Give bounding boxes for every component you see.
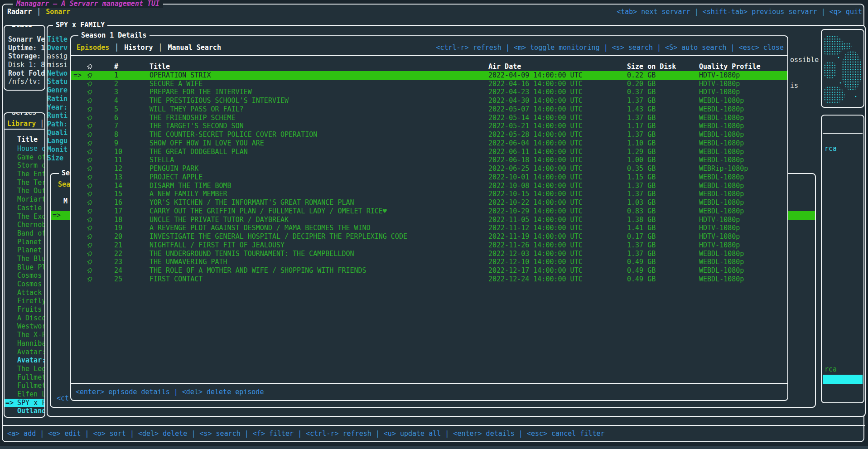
monitor-bell-icon	[86, 156, 114, 164]
series-list-item[interactable]: Fruits	[5, 305, 44, 314]
episode-row[interactable]: 4THE PRESTIGIOUS SCHOOL'S INTERVIEW2022-…	[71, 97, 787, 105]
selection-marker	[71, 97, 86, 105]
tab-library[interactable]: Library	[7, 120, 36, 128]
episode-row[interactable]: 9SHOW OFF HOW IN LOVE YOU ARE2022-06-04 …	[71, 139, 787, 148]
episode-row[interactable]: 20INVESTIGATE THE GENERAL HOSPITAL / DEC…	[71, 232, 787, 241]
episode-size-on-disk: 0.20 GB	[627, 80, 699, 88]
series-list-item[interactable]: Game of	[5, 153, 44, 162]
episode-air-date: 2022-06-11 14:00:00 UTC	[488, 148, 627, 156]
series-list-item[interactable]: Cosmos	[5, 280, 44, 289]
episode-row[interactable]: 23THE UNWAVERING PATH2022-12-10 14:00:00…	[71, 258, 787, 266]
series-list-item[interactable]: Hanniba	[5, 339, 44, 348]
series-list-item[interactable]: Chernob	[5, 221, 44, 229]
series-list-item[interactable]: Planet	[5, 246, 44, 255]
tab-sonarr[interactable]: Sonarr	[46, 8, 70, 16]
series-list-item[interactable]: Outland	[5, 407, 44, 415]
selection-marker	[71, 190, 86, 198]
series-list-item[interactable]: Westwor	[5, 322, 44, 331]
series-list-item[interactable]: The X-F	[5, 331, 44, 339]
episode-row[interactable]: 15A NEW FAMILY MEMBER2022-10-15 14:00:00…	[71, 190, 787, 198]
episode-air-date: 2022-10-08 14:00:00 UTC	[488, 182, 627, 190]
episode-row[interactable]: 25FIRST CONTACT2022-12-24 14:00:00 UTC0.…	[71, 275, 787, 284]
series-list-item[interactable]: Moriart	[5, 195, 44, 204]
series-list-item[interactable]: Storm o	[5, 161, 44, 170]
episode-number: 9	[114, 139, 149, 148]
episode-row[interactable]: 13PROJECT APPLE2022-10-01 14:00:00 UTC1.…	[71, 173, 787, 182]
series-list-item[interactable]: The Exo	[5, 212, 44, 221]
episode-row[interactable]: 16YOR'S KITCHEN / THE INFORMANT'S GREAT …	[71, 198, 787, 207]
series-list-item[interactable]: House o	[5, 145, 44, 153]
episode-row[interactable]: 5WILL THEY PASS OR FAIL?2022-05-07 14:00…	[71, 105, 787, 114]
selection-marker	[71, 258, 86, 266]
episode-title: UNCLE THE PRIVATE TUTOR / DAYBREAK	[149, 216, 488, 224]
monitor-bell-icon	[86, 63, 114, 71]
series-list-item[interactable]: Blue Pl	[5, 263, 44, 272]
episode-number: 14	[114, 182, 149, 190]
episode-row[interactable]: 19A REVENGE PLOT AGAINST DESMOND / MAMA …	[71, 224, 787, 232]
selection-marker	[71, 198, 86, 207]
episode-row[interactable]: 6THE FRIENDSHIP SCHEME2022-05-14 14:00:0…	[71, 114, 787, 122]
series-list-item[interactable]: Planet	[5, 238, 44, 246]
series-list-item[interactable]: Fullmet	[5, 373, 44, 382]
episode-row[interactable]: 17CARRY OUT THE GRIFFIN PLAN / FULLMETAL…	[71, 207, 787, 216]
monitor-bell-icon	[86, 182, 114, 190]
episode-row[interactable]: 12PENGUIN PARK2022-06-25 14:00:00 UTC0.3…	[71, 164, 787, 173]
series-list-item[interactable]: The Leg	[5, 365, 44, 373]
episode-air-date: 2022-04-16 14:00:00 UTC	[488, 80, 627, 88]
episode-row[interactable]: 11STELLA2022-06-18 14:00:00 UTC1.00 GBWE…	[71, 156, 787, 164]
series-list-item[interactable]: =>SPY x F	[5, 399, 44, 407]
monitor-bell-icon	[86, 241, 114, 250]
episode-title: PROJECT APPLE	[149, 173, 488, 182]
episode-row[interactable]: 22THE UNDERGROUND TENNIS TOURNAMENT: THE…	[71, 250, 787, 258]
episode-air-date: 2022-11-19 14:00:00 UTC	[488, 232, 627, 241]
episode-row[interactable]: 7THE TARGET'S SECOND SON2022-05-21 14:00…	[71, 122, 787, 130]
seasons-tab-fragment[interactable]: Sea	[58, 180, 70, 189]
series-list-item[interactable]: Castle	[5, 204, 44, 212]
stat-line: Root Folde	[8, 69, 43, 78]
series-list-item[interactable]: Avatar:	[5, 348, 44, 357]
episode-number: 11	[114, 156, 149, 164]
series-list-item[interactable]: Attack	[5, 289, 44, 297]
monitor-bell-icon	[86, 250, 114, 258]
episode-title: THE TARGET'S SECOND SON	[149, 122, 488, 130]
series-list-item[interactable]: The Blu	[5, 255, 44, 263]
series-info-side-panel: rca rca	[821, 115, 864, 403]
episode-row[interactable]: 8THE COUNTER-SECRET POLICE COVER OPERATI…	[71, 130, 787, 139]
series-detail-label: Genre	[47, 86, 71, 95]
episode-row[interactable]: 2SECURE A WIFE2022-04-16 14:00:00 UTC0.2…	[71, 80, 787, 88]
episode-row[interactable]: 21NIGHTFALL / FIRST FIT OF JEALOUSY2022-…	[71, 241, 787, 250]
series-list-item[interactable]: A Disco	[5, 314, 44, 323]
episode-title: CARRY OUT THE GRIFFIN PLAN / FULLMETAL L…	[149, 207, 488, 216]
episode-row[interactable]: 3PREPARE FOR THE INTERVIEW2022-04-23 14:…	[71, 88, 787, 97]
episode-row[interactable]: 14DISARM THE TIME BOMB2022-10-08 14:00:0…	[71, 182, 787, 190]
episode-row[interactable]: 10THE GREAT DODGEBALL PLAN2022-06-11 14:…	[71, 148, 787, 156]
overview-text-fragment: ossible is	[790, 39, 816, 107]
episode-quality-profile: WEBDL-1080p	[699, 122, 787, 130]
series-list-item[interactable]: Elfen L	[5, 390, 44, 399]
episode-size-on-disk: 1.37 GB	[627, 182, 699, 190]
series-list-item[interactable]: The Out	[5, 187, 44, 195]
series-list-item[interactable]: The Ter	[5, 179, 44, 187]
series-detail-labels: TitleOvervassigmissiNetwoStatuGenreRatin…	[47, 35, 71, 162]
series-list-item[interactable]: The Enf	[5, 170, 44, 179]
selection-marker	[71, 250, 86, 258]
episode-number: 7	[114, 122, 149, 130]
series-list-item[interactable]: Firefly	[5, 297, 44, 305]
tab-history[interactable]: History	[124, 43, 153, 52]
episode-number: 20	[114, 232, 149, 241]
tab-manual-search[interactable]: Manual Search	[168, 43, 221, 52]
tab-radarr[interactable]: Radarr	[7, 8, 32, 16]
series-list-item[interactable]: Cosmos	[5, 271, 44, 280]
season-progress-bar	[823, 375, 863, 384]
episode-quality-profile: WEBDL-1080p	[699, 207, 787, 216]
series-list-item[interactable]: Avatar:	[5, 356, 44, 365]
series-list-item[interactable]: Band of	[5, 229, 44, 238]
episode-row[interactable]: 24THE ROLE OF A MOTHER AND WIFE / SHOPPI…	[71, 266, 787, 275]
seasons-keybind-fragment: <ct	[57, 394, 72, 403]
series-list-item[interactable]: Fullmet	[5, 381, 44, 390]
episode-row[interactable]: =>1OPERATION STRIX2022-04-09 14:00:00 UT…	[71, 71, 787, 80]
episode-quality-profile: WEBDL-1080p	[699, 258, 787, 266]
tab-episodes[interactable]: Episodes	[77, 43, 109, 52]
episode-title: OPERATION STRIX	[149, 71, 488, 80]
episode-row[interactable]: 18UNCLE THE PRIVATE TUTOR / DAYBREAK2022…	[71, 216, 787, 224]
